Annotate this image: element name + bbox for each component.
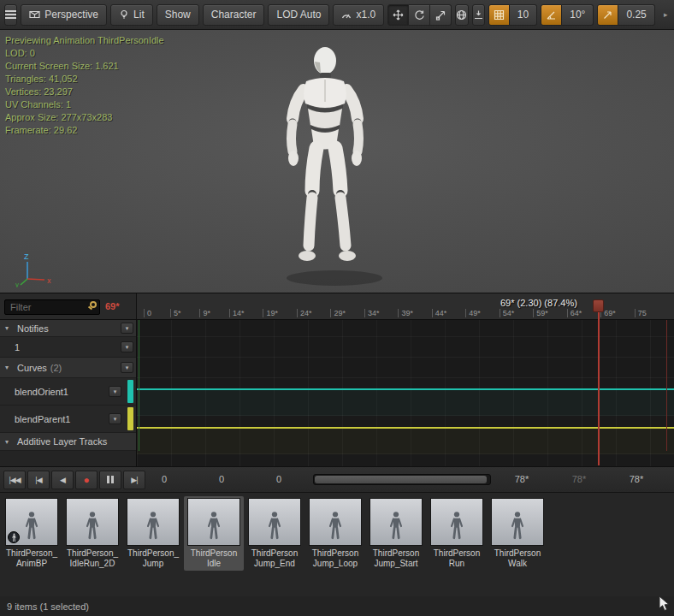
curves-track-header[interactable]: ▾ Curves (2) ▾ — [0, 358, 136, 378]
track-tree-empty-space — [0, 451, 136, 466]
ruler-tick: 39* — [398, 309, 413, 317]
grid-icon — [494, 9, 505, 21]
notifies-track-header[interactable]: ▾ Notifies ▾ — [0, 320, 136, 337]
asset-thumbnail[interactable] — [66, 498, 119, 546]
axis-gizmo: Z x y — [15, 252, 55, 287]
debug-line: Current Screen Size: 1.621 — [5, 60, 164, 73]
ruler-tick: 19* — [263, 309, 278, 317]
playback-transport-bar: |◀◀ |◀ ◀ ● ▶| 0 0 0 78* 78* 78* — [0, 466, 674, 492]
goto-start-button[interactable]: |◀◀ — [3, 471, 26, 489]
curve-options-button[interactable]: ▾ — [109, 413, 121, 424]
playback-speed-dropdown[interactable]: x1.0 — [333, 4, 384, 26]
expand-arrow-icon[interactable]: ▾ — [5, 324, 14, 332]
perspective-dropdown[interactable]: Perspective — [21, 4, 107, 26]
timeline-scrollbar-thumb[interactable] — [315, 476, 487, 483]
asset-label: ThirdPerson_ — [67, 548, 118, 559]
ruler-tick: 44* — [432, 309, 447, 317]
asset-thumbnail[interactable] — [491, 498, 544, 546]
asset-thumbnail[interactable] — [248, 498, 301, 546]
range-start-marker — [139, 320, 139, 451]
asset-thumbnail[interactable] — [309, 498, 362, 546]
curve-track-row[interactable]: blendOrient1 ▾ — [0, 378, 136, 406]
viewport-menu-button[interactable] — [4, 4, 17, 26]
viewport-3d[interactable]: Previewing Animation ThirdPersonIdle LOD… — [0, 30, 674, 293]
timeline-track-area[interactable] — [137, 320, 674, 466]
rotate-tool-button[interactable] — [409, 4, 430, 26]
additive-layer-tracks-header[interactable]: ▾ Additive Layer Tracks — [0, 433, 136, 451]
curve-blendOrient1[interactable] — [137, 388, 674, 390]
asset-thumbnail[interactable] — [430, 498, 483, 546]
asset-item-ThirdPerson-Jump_Loop[interactable]: ThirdPersonJump_Loop — [305, 496, 365, 571]
pause-icon — [107, 476, 109, 483]
rotation-snap-toggle[interactable] — [541, 4, 562, 26]
playhead-handle[interactable] — [593, 299, 604, 312]
asset-label: ThirdPerson — [494, 548, 541, 559]
asset-label: IdleRun_2D — [67, 559, 118, 569]
asset-item-ThirdPerson_AnimBP[interactable]: ThirdPerson_AnimBP — [2, 496, 62, 571]
expand-arrow-icon[interactable]: ▾ — [5, 364, 14, 371]
curve-blendParent1[interactable] — [137, 427, 674, 429]
character-dropdown[interactable]: Character — [203, 4, 265, 26]
curve-lane-blendOrient1[interactable] — [137, 388, 674, 416]
globe-icon — [456, 9, 467, 21]
scale-snap-toggle[interactable] — [597, 4, 618, 26]
asset-label: Jump_Loop — [312, 559, 358, 569]
status-bar: 9 items (1 selected) — [0, 596, 674, 616]
asset-thumbnail[interactable] — [127, 498, 180, 546]
show-label: Show — [165, 9, 191, 21]
rotation-snap-value-dropdown[interactable]: 10° — [562, 4, 594, 26]
lod-dropdown[interactable]: LOD Auto — [268, 4, 329, 26]
timeline-filter-area: 69* — [0, 293, 137, 319]
step-backward-button[interactable]: |◀ — [27, 471, 50, 489]
play-reverse-button[interactable]: ◀ — [51, 471, 74, 489]
curves-header-lane[interactable] — [137, 358, 674, 378]
rotation-snap-value: 10° — [570, 9, 585, 21]
curve-track-row[interactable]: blendParent1 ▾ — [0, 406, 136, 433]
grid-snap-value-dropdown[interactable]: 10 — [510, 4, 537, 26]
world-coordinates-button[interactable] — [455, 4, 468, 26]
asset-item-ThirdPerson-Jump_Start[interactable]: ThirdPersonJump_Start — [366, 496, 426, 571]
lit-dropdown[interactable]: Lit — [110, 4, 153, 26]
asset-item-ThirdPerson-Walk[interactable]: ThirdPersonWalk — [488, 496, 547, 571]
asset-item-ThirdPerson-Jump_End[interactable]: ThirdPersonJump_End — [245, 496, 304, 571]
grid-snap-toggle[interactable] — [488, 4, 510, 26]
asset-label: ThirdPerson — [312, 548, 358, 559]
filter-input[interactable] — [4, 299, 100, 315]
scale-tool-button[interactable] — [430, 4, 452, 26]
move-tool-button[interactable] — [387, 4, 409, 26]
axis-z-label: Z — [24, 252, 29, 261]
chevron-right-icon: ▸ — [664, 10, 668, 19]
curve-track-label: blendParent1 — [15, 414, 70, 424]
surface-snap-button[interactable] — [472, 4, 485, 26]
asset-item-ThirdPerson-Run[interactable]: ThirdPersonRun — [427, 496, 487, 571]
curve-lane-blendParent1[interactable] — [137, 427, 674, 454]
notify-track-options-button[interactable]: ▾ — [121, 341, 133, 352]
notify-track-lane[interactable] — [137, 337, 674, 358]
move-icon — [393, 9, 404, 21]
pause-button[interactable] — [99, 471, 121, 489]
axis-x-label: x — [47, 276, 51, 285]
asset-item-ThirdPerson_IdleRun_2D[interactable]: ThirdPerson_IdleRun_2D — [62, 496, 122, 571]
debug-line: Vertices: 23,297 — [5, 86, 164, 98]
toolbar-overflow-button[interactable]: ▸ — [662, 4, 670, 26]
curve-color-chip — [127, 380, 133, 403]
asset-thumbnail[interactable] — [187, 498, 240, 546]
notifies-track-lane[interactable] — [137, 320, 674, 337]
notifies-options-button[interactable]: ▾ — [121, 323, 133, 334]
asset-item-ThirdPerson-Idle[interactable]: ThirdPersonIdle — [184, 496, 244, 571]
asset-thumbnail[interactable] — [5, 498, 58, 546]
record-button[interactable]: ● — [75, 471, 98, 489]
asset-item-ThirdPerson_Jump[interactable]: ThirdPerson_Jump — [123, 496, 183, 571]
timeline-scrollbar[interactable] — [313, 474, 491, 485]
step-forward-button[interactable]: ▶| — [123, 471, 145, 489]
show-dropdown[interactable]: Show — [157, 4, 199, 26]
playhead-line[interactable] — [598, 305, 600, 465]
expand-arrow-icon[interactable]: ▾ — [5, 438, 14, 446]
range-end-value: 78* — [619, 474, 653, 484]
curve-options-button[interactable]: ▾ — [109, 386, 121, 397]
asset-label: ThirdPerson — [191, 548, 237, 559]
asset-thumbnail[interactable] — [370, 498, 423, 546]
scale-snap-value-dropdown[interactable]: 0.25 — [618, 4, 654, 26]
notify-track-row[interactable]: 1 ▾ — [0, 337, 136, 358]
curves-options-button[interactable]: ▾ — [121, 362, 133, 373]
